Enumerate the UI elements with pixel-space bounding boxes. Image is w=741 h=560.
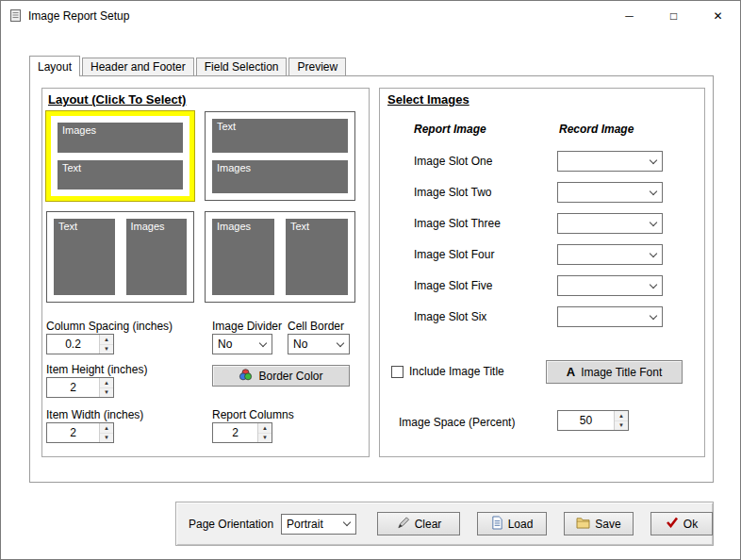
layout-option-images-beside-text[interactable]: Images Text	[205, 211, 355, 303]
image-slot-four-select[interactable]	[557, 244, 663, 265]
chevron-down-icon	[645, 307, 662, 326]
font-icon: A	[567, 365, 575, 379]
report-columns-value: 2	[213, 423, 257, 442]
layout-block-images: Images	[212, 160, 348, 194]
layout-block-images: Images	[126, 219, 188, 295]
folder-icon	[576, 517, 590, 532]
image-divider-select[interactable]: No	[212, 334, 272, 354]
image-slot-six-label: Image Slot Six	[414, 310, 486, 323]
record-image-header: Record Image	[559, 123, 634, 136]
image-slot-five-label: Image Slot Five	[414, 279, 492, 292]
cell-border-label: Cell Border	[288, 320, 344, 333]
load-button[interactable]: Load	[477, 512, 547, 535]
image-space-value: 50	[558, 411, 614, 430]
spin-up-icon[interactable]: ▲	[258, 423, 272, 434]
page-orientation-value: Portrait	[282, 518, 338, 531]
load-label: Load	[508, 518, 534, 531]
ok-label: Ok	[683, 518, 698, 531]
ok-button[interactable]: Ok	[650, 512, 713, 535]
layout-option-images-over-text[interactable]: Images Text	[46, 111, 194, 201]
column-spacing-value: 0.2	[47, 335, 99, 354]
image-report-setup-window: Image Report Setup ─ □ ✕ Layout Header a…	[0, 0, 741, 560]
maximize-icon: □	[670, 10, 677, 22]
pencil-icon	[396, 516, 410, 533]
tab-header-and-footer[interactable]: Header and Footer	[82, 58, 194, 75]
item-width-input[interactable]: 2 ▲ ▼	[46, 422, 114, 443]
colors-icon	[239, 369, 253, 384]
tab-strip: Layout Header and Footer Field Selection…	[29, 56, 348, 76]
spinner-buttons: ▲ ▼	[99, 378, 113, 397]
page-orientation-label: Page Orientation	[189, 518, 273, 531]
page-orientation-select[interactable]: Portrait	[281, 514, 356, 535]
save-button[interactable]: Save	[564, 512, 634, 535]
check-icon	[666, 517, 679, 531]
cell-border-select[interactable]: No	[288, 334, 350, 354]
item-height-input[interactable]: 2 ▲ ▼	[46, 377, 114, 398]
spin-up-icon[interactable]: ▲	[100, 378, 113, 388]
spinner-buttons: ▲ ▼	[99, 335, 113, 354]
image-divider-value: No	[213, 338, 255, 351]
image-title-font-button[interactable]: A Image Title Font	[546, 360, 683, 384]
close-button[interactable]: ✕	[696, 1, 740, 30]
image-slot-one-label: Image Slot One	[414, 155, 492, 168]
spin-up-icon[interactable]: ▲	[100, 423, 113, 434]
layout-block-text: Text	[286, 219, 348, 295]
image-slot-two-select[interactable]	[557, 182, 663, 203]
spin-down-icon[interactable]: ▼	[100, 434, 113, 443]
layout-block-images: Images	[212, 219, 274, 295]
layout-block-images: Images	[58, 123, 183, 153]
window-title: Image Report Setup	[28, 9, 129, 23]
select-images-group-title: Select Images	[387, 92, 469, 107]
spinner-buttons: ▲ ▼	[99, 423, 113, 442]
maximize-button[interactable]: □	[651, 1, 696, 30]
image-slot-three-label: Image Slot Three	[414, 217, 501, 230]
chevron-down-icon	[645, 276, 662, 295]
item-width-label: Item Width (inches)	[46, 408, 143, 421]
image-divider-label: Image Divider	[212, 320, 282, 333]
layout-group-title: Layout (Click To Select)	[48, 92, 186, 107]
column-spacing-input[interactable]: 0.2 ▲ ▼	[46, 334, 114, 354]
report-columns-input[interactable]: 2 ▲ ▼	[212, 422, 272, 443]
image-slot-one-select[interactable]	[557, 151, 663, 172]
image-title-font-label: Image Title Font	[581, 366, 662, 379]
image-slot-six-select[interactable]	[557, 306, 663, 327]
item-height-label: Item Height (inches)	[46, 363, 147, 376]
chevron-down-icon	[332, 335, 349, 354]
chevron-down-icon	[255, 335, 272, 354]
save-label: Save	[595, 518, 620, 531]
report-columns-label: Report Columns	[212, 408, 294, 421]
include-image-title-checkbox[interactable]	[391, 366, 403, 378]
border-color-label: Border Color	[258, 370, 322, 383]
chevron-down-icon	[338, 515, 355, 534]
image-space-label: Image Space (Percent)	[399, 416, 515, 429]
clear-button[interactable]: Clear	[377, 512, 460, 535]
image-slot-three-select[interactable]	[557, 213, 663, 234]
minimize-button[interactable]: ─	[607, 1, 651, 30]
spinner-buttons: ▲ ▼	[614, 411, 628, 430]
image-space-input[interactable]: 50 ▲ ▼	[557, 410, 629, 431]
spin-down-icon[interactable]: ▼	[100, 388, 113, 398]
tab-layout[interactable]: Layout	[29, 56, 80, 76]
image-slot-five-select[interactable]	[557, 275, 663, 296]
column-spacing-label: Column Spacing (inches)	[46, 320, 173, 333]
chevron-down-icon	[645, 245, 662, 264]
titlebar: Image Report Setup ─ □ ✕	[1, 1, 740, 30]
spin-down-icon[interactable]: ▼	[615, 421, 628, 431]
spin-up-icon[interactable]: ▲	[100, 335, 113, 345]
spin-down-icon[interactable]: ▼	[100, 345, 113, 354]
layout-block-text: Text	[54, 219, 115, 295]
tab-field-selection[interactable]: Field Selection	[196, 58, 288, 75]
layout-block-text: Text	[58, 160, 183, 190]
border-color-button[interactable]: Border Color	[212, 365, 350, 387]
layout-option-preview: Images Text	[206, 212, 354, 302]
spin-down-icon[interactable]: ▼	[258, 434, 272, 443]
spin-up-icon[interactable]: ▲	[615, 411, 628, 421]
image-slot-four-label: Image Slot Four	[414, 248, 494, 261]
window-controls: ─ □ ✕	[607, 1, 740, 30]
layout-option-text-over-images[interactable]: Text Images	[205, 111, 355, 201]
minimize-icon: ─	[625, 10, 634, 22]
layout-option-text-beside-images[interactable]: Text Images	[46, 211, 194, 303]
layout-option-preview: Images Text	[51, 116, 189, 196]
tab-preview[interactable]: Preview	[288, 58, 346, 75]
close-icon: ✕	[713, 10, 722, 22]
